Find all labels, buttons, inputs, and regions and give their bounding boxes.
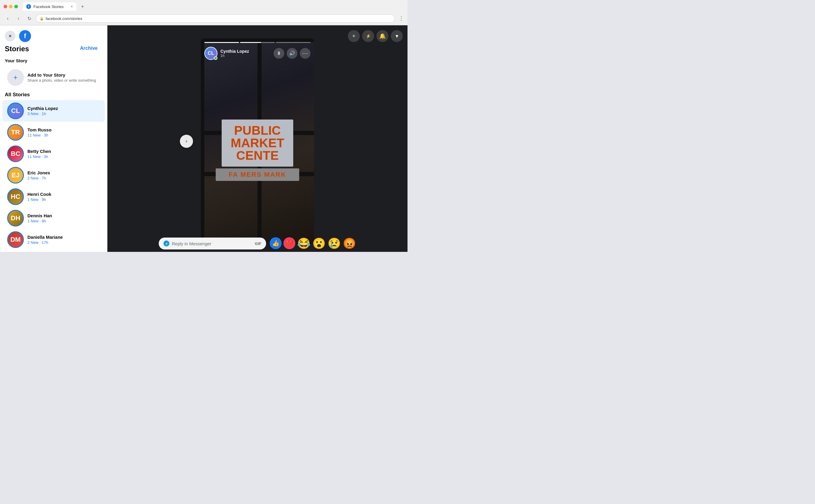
- add-story-text: Add to Your Story Share a photo, video o…: [27, 72, 96, 83]
- story-info-dennis: Dennis Han 1 New · 9h: [27, 213, 52, 223]
- reply-placeholder-text: Reply in Messenger: [172, 241, 253, 246]
- progress-bar-2: [240, 42, 275, 43]
- progress-bar-1: [205, 42, 239, 43]
- sad-reaction-button[interactable]: 😢: [328, 237, 341, 250]
- app-container: × f Stories Archive Your Story + Add to …: [0, 25, 408, 252]
- browser-tab[interactable]: f Facebook Stories ×: [23, 2, 76, 11]
- story-list-item-henri[interactable]: HC Henri Cook 1 New · 9h: [2, 186, 105, 207]
- story-name-tom: Tom Russo: [27, 127, 52, 132]
- story-meta-eric: 2 New · 7h: [27, 176, 50, 180]
- reply-input[interactable]: ⚡ Reply in Messenger GIF: [159, 238, 266, 249]
- add-story-item[interactable]: + Add to Your Story Share a photo, video…: [2, 67, 105, 88]
- minimize-window-button[interactable]: [9, 5, 13, 8]
- new-tab-button[interactable]: +: [79, 3, 86, 10]
- story-avatar-betty: BC: [7, 145, 24, 162]
- story-list: CL Cynthia Lopez 3 New · 1h TR Tom Russo…: [0, 100, 107, 250]
- messenger-icon-button[interactable]: ⚡: [362, 30, 374, 42]
- sidebar: × f Stories Archive Your Story + Add to …: [0, 25, 107, 252]
- story-avatar-cynthia: CL: [7, 103, 24, 119]
- sidebar-header: × f: [0, 25, 107, 44]
- refresh-button[interactable]: ↻: [25, 14, 33, 23]
- add-story-title: Add to Your Story: [27, 72, 96, 77]
- like-reaction-button[interactable]: 👍: [270, 237, 282, 249]
- forward-button[interactable]: ›: [14, 14, 23, 23]
- url-display: facebook.com/stories: [46, 16, 82, 21]
- dropdown-icon: ▾: [396, 33, 398, 39]
- story-info-daniella: Daniella Mariane 2 New · 17h: [27, 235, 63, 245]
- address-bar[interactable]: 🔒 facebook.com/stories: [36, 14, 395, 23]
- story-avatar-daniella: DM: [7, 231, 24, 248]
- bell-icon: 🔔: [379, 33, 386, 39]
- story-user-info: Cynthia Lopez 1h: [221, 49, 271, 58]
- close-window-button[interactable]: [4, 5, 7, 8]
- traffic-lights: [4, 5, 18, 8]
- browser-addressbar: ‹ › ↻ 🔒 facebook.com/stories ⋮: [0, 13, 408, 25]
- browser-menu-button[interactable]: ⋮: [399, 15, 404, 22]
- story-progress: [205, 42, 311, 43]
- story-username: Cynthia Lopez: [221, 49, 271, 54]
- angry-reaction-button[interactable]: 😡: [343, 237, 356, 250]
- story-list-item-daniella[interactable]: DM Daniella Mariane 2 New · 17h: [2, 229, 105, 250]
- lock-icon: 🔒: [40, 17, 44, 21]
- story-avatar-dennis: DH: [7, 210, 24, 227]
- all-stories-label: All Stories: [0, 88, 107, 100]
- volume-icon: 🔊: [289, 50, 295, 56]
- browser-titlebar: f Facebook Stories × +: [0, 0, 408, 13]
- online-indicator: [214, 56, 218, 60]
- reaction-row: 👍 ❤️ 😂 😮 😢 😡: [270, 237, 356, 250]
- story-info-tom: Tom Russo 11 New · 3h: [27, 127, 52, 137]
- story-meta-tom: 11 New · 3h: [27, 133, 52, 137]
- story-info-betty: Betty Chen 11 New · 3h: [27, 149, 51, 159]
- story-header: CL Cynthia Lopez 1h ⏸ 🔊 ···: [205, 47, 311, 60]
- story-meta-dennis: 1 New · 9h: [27, 219, 52, 223]
- tab-close-button[interactable]: ×: [71, 4, 73, 9]
- notifications-icon-button[interactable]: 🔔: [377, 30, 388, 42]
- story-info-henri: Henri Cook 1 New · 9h: [27, 192, 51, 202]
- story-meta-henri: 1 New · 9h: [27, 197, 51, 202]
- story-name-dennis: Dennis Han: [27, 213, 52, 218]
- haha-reaction-button[interactable]: 😂: [297, 237, 311, 250]
- mute-button[interactable]: 🔊: [287, 48, 298, 59]
- story-time: 1h: [221, 54, 271, 58]
- story-meta-cynthia: 3 New · 1h: [27, 111, 58, 116]
- back-button[interactable]: ‹: [4, 14, 12, 23]
- story-list-item-cynthia[interactable]: CL Cynthia Lopez 3 New · 1h: [2, 100, 105, 122]
- gif-button[interactable]: GIF: [255, 241, 261, 246]
- story-name-daniella: Daniella Mariane: [27, 235, 63, 240]
- add-icon[interactable]: +: [348, 30, 360, 42]
- fullscreen-window-button[interactable]: [14, 5, 18, 8]
- story-name-betty: Betty Chen: [27, 149, 51, 154]
- archive-button[interactable]: Archive: [75, 44, 102, 53]
- sign-text-mers: MERS MARK: [241, 171, 286, 178]
- story-list-item-tom[interactable]: TR Tom Russo 11 New · 3h: [2, 122, 105, 143]
- story-meta-betty: 11 New · 3h: [27, 154, 51, 159]
- account-menu-button[interactable]: ▾: [391, 30, 403, 42]
- story-avatar-tom: TR: [7, 124, 24, 141]
- story-controls: ⏸ 🔊 ···: [274, 48, 311, 59]
- pause-button[interactable]: ⏸: [274, 48, 284, 59]
- sign-text-cente: CENTE: [224, 149, 291, 162]
- prev-story-button[interactable]: ‹: [180, 135, 193, 148]
- plus-icon: +: [352, 33, 356, 39]
- story-list-item-dennis[interactable]: DH Dennis Han 1 New · 9h: [2, 207, 105, 229]
- story-background: PUBLIC MARKET CENTE FA MERS MARK: [201, 38, 314, 244]
- top-right-icons: + ⚡ 🔔 ▾: [348, 30, 403, 42]
- wow-reaction-button[interactable]: 😮: [312, 237, 326, 250]
- story-viewer: + ⚡ 🔔 ▾ CL: [107, 25, 408, 252]
- prev-arrow-icon: ‹: [185, 138, 187, 144]
- more-icon: ···: [302, 50, 308, 57]
- story-name-eric: Eric Jones: [27, 170, 50, 175]
- close-sidebar-button[interactable]: ×: [5, 31, 15, 41]
- your-story-label: Your Story: [0, 56, 107, 67]
- story-list-item-eric[interactable]: EJ Eric Jones 2 New · 7h: [2, 165, 105, 186]
- add-story-subtitle: Share a photo, video or write something: [27, 78, 96, 83]
- story-name-cynthia: Cynthia Lopez: [27, 106, 58, 111]
- tab-title: Facebook Stories: [33, 4, 63, 9]
- story-list-item-betty[interactable]: BC Betty Chen 11 New · 3h: [2, 143, 105, 165]
- more-options-button[interactable]: ···: [300, 48, 311, 59]
- love-reaction-button[interactable]: ❤️: [284, 237, 295, 249]
- pause-icon: ⏸: [277, 51, 281, 56]
- progress-bar-3: [276, 42, 311, 43]
- story-avatar-eric: EJ: [7, 167, 24, 184]
- messenger-icon: ⚡: [366, 34, 371, 38]
